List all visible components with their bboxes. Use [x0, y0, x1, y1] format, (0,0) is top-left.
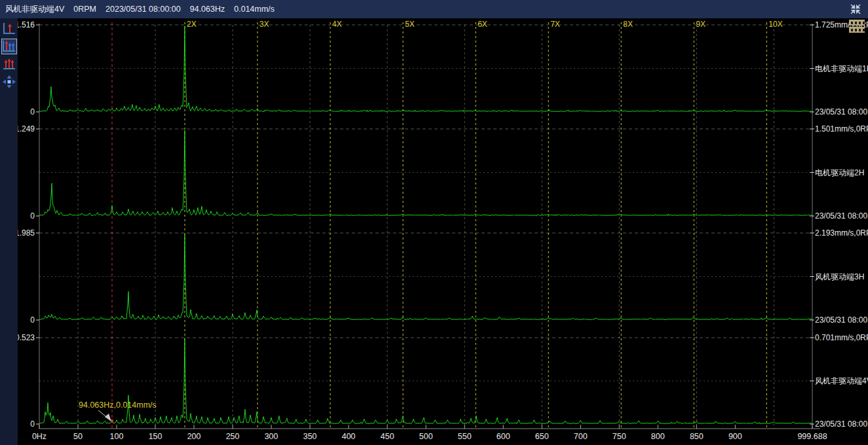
channel-name-label: 风机非驱动端4V: [815, 376, 868, 385]
harmonic-label: 9X: [696, 20, 706, 29]
channel-name-label: 电机非驱动端1H: [815, 64, 868, 73]
y-max-label: 1.249: [18, 124, 35, 134]
x-axis-tick-label: 250: [226, 432, 240, 441]
x-axis-tick-label: 800: [651, 432, 665, 441]
y-max-label: 1.516: [18, 20, 35, 29]
channel-amplitude-label: 2.193mm/s,0RPM: [815, 228, 868, 238]
cursor-frequency-value: 94.063Hz: [190, 5, 225, 14]
channel-amplitude-label: 0.701mm/s,0RPM: [815, 333, 868, 342]
y-zero-label: 0: [30, 315, 35, 325]
harmonic-label: 4X: [332, 20, 342, 29]
y-max-label: 0.523: [18, 333, 35, 342]
y-max-label: 1.985: [18, 228, 35, 238]
channel-timestamp-label: 23/05/31 08:00:00: [815, 211, 868, 221]
sideband-cursor-spectrum-tool[interactable]: [1, 56, 17, 72]
x-axis-tick-label: 200: [187, 432, 201, 441]
x-axis-tick-label: 600: [497, 432, 510, 441]
measurement-point-name: 风机非驱动端4V: [5, 4, 64, 15]
status-bar: 风机非驱动端4V 0RPM 2023/05/31 08:00:00 94.063…: [0, 0, 868, 18]
datetime-value: 2023/05/31 08:00:00: [105, 5, 181, 14]
spectrum-chart: 2X3X4X5X6X7X8X9X10X1.51601.725mm/s,0RPM电…: [18, 18, 868, 445]
y-zero-label: 0: [30, 107, 35, 116]
harmonic-cursor-spectrum-tool[interactable]: [1, 39, 17, 54]
x-axis-tick-label: 900: [728, 432, 742, 441]
cursor-annotation: 94.063Hz,0.014mm/s: [79, 400, 157, 410]
cursor-amplitude-value: 0.014mm/s: [234, 5, 274, 14]
harmonic-label: 6X: [478, 20, 487, 29]
harmonic-label: 2X: [187, 20, 197, 29]
single-cursor-spectrum-tool[interactable]: [1, 21, 17, 37]
harmonic-label: 8X: [623, 20, 633, 29]
harmonic-label: 5X: [405, 20, 415, 29]
channel-timestamp-label: 23/05/31 08:00:00: [815, 107, 868, 116]
harmonic-label: 10X: [768, 20, 782, 29]
x-axis-tick-label: 150: [149, 432, 162, 441]
x-axis-tick-label: 500: [419, 432, 433, 441]
sideband-cursor-chart-icon: [2, 57, 16, 71]
x-axis-tick-label: 50: [73, 432, 83, 441]
channel-name-label: 风机驱动端3H: [815, 272, 864, 281]
x-axis-tick-label: 550: [458, 432, 472, 441]
annotation-arrowhead: [105, 414, 111, 421]
channel-timestamp-label: 23/05/31 08:00:00: [815, 419, 868, 429]
x-axis-tick-label: 999.688: [797, 432, 827, 441]
x-axis-tick-label: 400: [342, 432, 356, 441]
channel-name-label: 电机驱动端2H: [815, 168, 864, 177]
x-axis-tick-label: 700: [574, 432, 588, 441]
x-axis-tick-label: 650: [535, 432, 549, 441]
harmonic-label: 3X: [259, 20, 269, 29]
single-cursor-chart-icon: [2, 22, 16, 36]
x-axis-tick-label: 100: [110, 432, 124, 441]
pan-move-icon: [2, 75, 16, 89]
channel-amplitude-label: 1.501mm/s,0RPM: [815, 124, 868, 134]
x-axis-tick-label: 450: [381, 432, 394, 441]
x-axis-tick-label: 850: [690, 432, 704, 441]
pan-tool[interactable]: [1, 74, 17, 90]
channel-timestamp-label: 23/05/31 08:00:00: [815, 315, 868, 325]
harmonic-label: 7X: [550, 20, 560, 29]
x-axis-tick-label: 300: [265, 432, 278, 441]
x-axis-tick-label: 350: [303, 432, 317, 441]
x-axis-tick-label: 0Hz: [32, 432, 47, 441]
y-zero-label: 0: [30, 419, 35, 429]
spectrum-chart-panel: 2X3X4X5X6X7X8X9X10X1.51601.725mm/s,0RPM电…: [18, 18, 868, 445]
harmonic-cursor-chart-icon: [2, 39, 16, 54]
x-axis-tick-label: 750: [613, 432, 626, 441]
collapse-icon[interactable]: [847, 2, 864, 16]
y-zero-label: 0: [30, 211, 35, 221]
rpm-value: 0RPM: [73, 5, 96, 14]
toolbar-sidebar: [0, 18, 18, 445]
